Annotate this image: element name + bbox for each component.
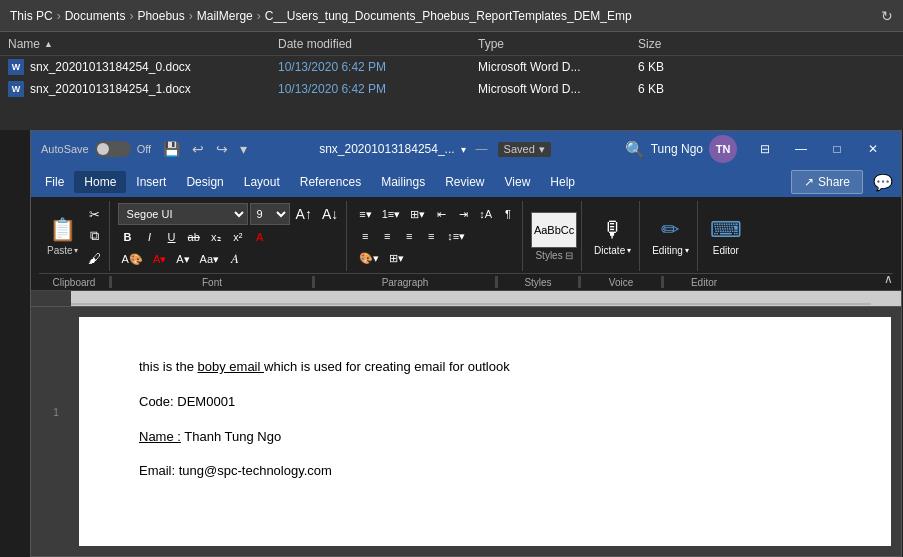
superscript-button[interactable]: x² xyxy=(228,227,248,247)
highlight-color-button[interactable]: A🎨 xyxy=(118,249,147,269)
refresh-button[interactable]: ↻ xyxy=(881,8,893,24)
voice-group: 🎙 Dictate ▾ xyxy=(586,201,640,271)
sort-button[interactable]: ↕A xyxy=(475,204,496,224)
customize-icon[interactable]: ▾ xyxy=(236,139,251,159)
ruler xyxy=(31,291,901,307)
breadcrumb-mailmerge[interactable]: MailMerge xyxy=(197,9,253,23)
save-status-arrow[interactable]: ▾ xyxy=(539,143,545,156)
document-page[interactable]: this is the boby email which is used for… xyxy=(79,317,891,546)
doc-filename: snx_20201013184254_... xyxy=(319,142,454,156)
paste-dropdown-icon[interactable]: ▾ xyxy=(74,246,78,255)
numbering-button[interactable]: 1≡▾ xyxy=(378,204,405,224)
bold-button[interactable]: B xyxy=(118,227,138,247)
document-area[interactable]: 1 this is the boby email which is used f… xyxy=(31,307,901,556)
file-row-1[interactable]: W snx_20201013184254_1.docx 10/13/2020 6… xyxy=(0,78,903,100)
redo-icon[interactable]: ↪ xyxy=(212,139,232,159)
editor-group: ⌨ Editor xyxy=(702,201,750,271)
font-group-label: Font xyxy=(112,277,312,288)
editing-label[interactable]: Editing xyxy=(652,245,683,256)
change-case-button[interactable]: Aa▾ xyxy=(196,249,223,269)
clear-format-button[interactable]: 𝐴 xyxy=(225,249,245,269)
dictate-label[interactable]: Dictate xyxy=(594,245,625,256)
paste-button[interactable]: 📋 Paste ▾ xyxy=(43,215,82,258)
title-bar-icons: 💾 ↩ ↪ ▾ xyxy=(159,139,251,159)
autosave-label: AutoSave xyxy=(41,143,89,155)
increase-font-button[interactable]: A↑ xyxy=(292,204,316,224)
breadcrumb[interactable]: This PC › Documents › Phoebus › MailMerg… xyxy=(0,0,903,32)
col-header-date[interactable]: Date modified xyxy=(278,37,478,51)
line-spacing-button[interactable]: ↕≡▾ xyxy=(443,226,469,246)
menu-view[interactable]: View xyxy=(495,171,541,193)
close-button[interactable]: ✕ xyxy=(855,135,891,163)
avatar[interactable]: TN xyxy=(709,135,737,163)
styles-expand-icon[interactable]: ⊟ xyxy=(565,250,573,261)
underline-button[interactable]: U xyxy=(162,227,182,247)
col-header-type[interactable]: Type xyxy=(478,37,638,51)
col-header-name[interactable]: Name ▲ xyxy=(8,37,278,51)
font-size-select[interactable]: 9 xyxy=(250,203,290,225)
strikethrough-button[interactable]: ab xyxy=(184,227,204,247)
font-color-button[interactable]: A▾ xyxy=(149,249,170,269)
autosave-toggle[interactable] xyxy=(95,141,131,157)
save-dropdown[interactable]: ▾ xyxy=(461,144,466,155)
save-status-badge[interactable]: Saved ▾ xyxy=(498,142,551,157)
file-row-0[interactable]: W snx_20201013184254_0.docx 10/13/2020 6… xyxy=(0,56,903,78)
shading-button[interactable]: 🎨▾ xyxy=(355,248,383,268)
ruler-ticks xyxy=(71,290,901,306)
increase-indent-button[interactable]: ⇥ xyxy=(453,204,473,224)
show-marks-button[interactable]: ¶ xyxy=(498,204,518,224)
italic-button[interactable]: I xyxy=(140,227,160,247)
align-left-button[interactable]: ≡ xyxy=(355,226,375,246)
align-center-button[interactable]: ≡ xyxy=(377,226,397,246)
multilevel-button[interactable]: ⊞▾ xyxy=(406,204,429,224)
borders-button[interactable]: ⊞▾ xyxy=(385,248,408,268)
save-status-label: Saved xyxy=(504,143,535,155)
share-button[interactable]: ↗ Share xyxy=(791,170,863,194)
text-bg-button[interactable]: A▾ xyxy=(172,249,193,269)
styles-group-label: Styles xyxy=(498,277,578,288)
styles-group: AaBbCc Styles ⊟ xyxy=(527,201,582,271)
dictate-dropdown[interactable]: ▾ xyxy=(627,246,631,255)
menu-insert[interactable]: Insert xyxy=(126,171,176,193)
text-effects-button[interactable]: A xyxy=(250,227,270,247)
justify-button[interactable]: ≡ xyxy=(421,226,441,246)
search-button[interactable]: 🔍 xyxy=(619,140,651,159)
menu-file[interactable]: File xyxy=(35,171,74,193)
user-area: Tung Ngo TN xyxy=(651,135,737,163)
copy-button[interactable]: ⧉ xyxy=(84,226,105,246)
align-right-button[interactable]: ≡ xyxy=(399,226,419,246)
minimize-button[interactable]: — xyxy=(783,135,819,163)
menu-design[interactable]: Design xyxy=(176,171,233,193)
breadcrumb-documents[interactable]: Documents xyxy=(65,9,126,23)
ribbon-toggle-button[interactable]: ⊟ xyxy=(747,135,783,163)
cut-button[interactable]: ✂ xyxy=(84,204,105,224)
font-name-select[interactable]: Segoe UI xyxy=(118,203,248,225)
file-size-1: 6 KB xyxy=(638,82,718,96)
menu-help[interactable]: Help xyxy=(540,171,585,193)
decrease-font-button[interactable]: A↓ xyxy=(318,204,342,224)
styles-preview[interactable]: AaBbCc xyxy=(531,212,577,248)
menu-references[interactable]: References xyxy=(290,171,371,193)
save-icon[interactable]: 💾 xyxy=(159,139,184,159)
format-painter-button[interactable]: 🖌 xyxy=(84,248,105,268)
editing-dropdown[interactable]: ▾ xyxy=(685,246,689,255)
breadcrumb-path[interactable]: C__Users_tung_Documents_Phoebus_ReportTe… xyxy=(265,9,632,23)
file-explorer: This PC › Documents › Phoebus › MailMerg… xyxy=(0,0,903,130)
decrease-indent-button[interactable]: ⇤ xyxy=(431,204,451,224)
comment-button[interactable]: 💬 xyxy=(869,169,897,196)
bullets-button[interactable]: ≡▾ xyxy=(355,204,375,224)
menu-layout[interactable]: Layout xyxy=(234,171,290,193)
breadcrumb-thispc[interactable]: This PC xyxy=(10,9,53,23)
breadcrumb-phoebus[interactable]: Phoebus xyxy=(137,9,184,23)
menu-home[interactable]: Home xyxy=(74,171,126,193)
col-header-size[interactable]: Size xyxy=(638,37,718,51)
editor-label[interactable]: Editor xyxy=(713,245,739,256)
doc-line1-underlined: boby email xyxy=(198,359,264,374)
maximize-button[interactable]: □ xyxy=(819,135,855,163)
menu-mailings[interactable]: Mailings xyxy=(371,171,435,193)
ribbon-collapse-button[interactable]: ∧ xyxy=(884,272,893,286)
menu-review[interactable]: Review xyxy=(435,171,494,193)
undo-icon[interactable]: ↩ xyxy=(188,139,208,159)
subscript-button[interactable]: x₂ xyxy=(206,227,226,247)
file-table-header: Name ▲ Date modified Type Size xyxy=(0,32,903,56)
